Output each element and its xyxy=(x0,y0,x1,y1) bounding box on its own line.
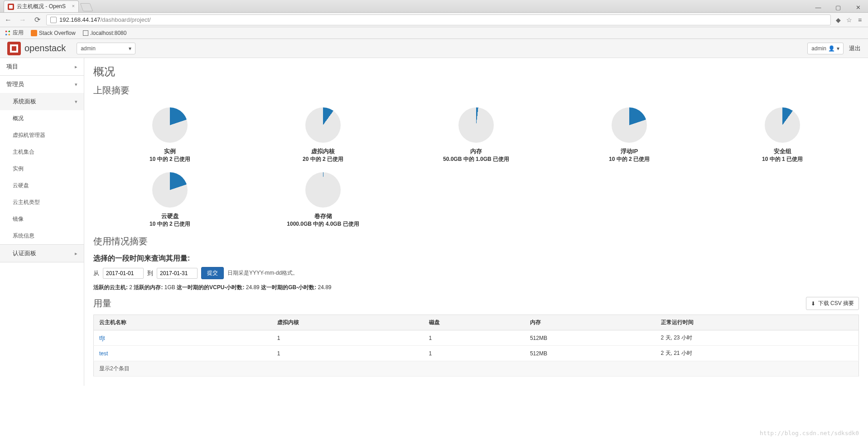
minimize-button[interactable]: — xyxy=(808,2,828,12)
bookmark-stackoverflow[interactable]: Stack Overflow xyxy=(31,30,76,36)
sidebar-item[interactable]: 镜像 xyxy=(0,211,84,228)
sidebar-panel-label: 管理员 xyxy=(6,80,24,88)
sidebar-item[interactable]: 实例 xyxy=(0,160,84,177)
table-footer: 显示2个条目 xyxy=(94,361,859,377)
browser-tab[interactable]: 云主机概况 - OpenS × xyxy=(4,0,79,12)
summary-value: 2 xyxy=(129,284,132,291)
summary-value: 1GB xyxy=(164,284,175,291)
back-button[interactable]: ← xyxy=(3,15,14,25)
usage-summary-title: 使用情况摘要 xyxy=(93,235,859,247)
sidebar-panel-admin[interactable]: 管理员 ▾ xyxy=(0,76,84,93)
quota-item: 云硬盘10 中的 2 已使用 xyxy=(93,168,246,233)
from-date-input[interactable] xyxy=(103,268,144,279)
sidebar-item[interactable]: 概况 xyxy=(0,110,84,127)
to-date-input[interactable] xyxy=(157,268,198,279)
sidebar-panel-label: 项目 xyxy=(6,63,18,71)
sidebar-item[interactable]: 云主机类型 xyxy=(0,194,84,211)
pie-chart xyxy=(765,107,800,143)
sidebar-sub-system[interactable]: 系统面板 ▾ xyxy=(0,93,84,110)
instance-link[interactable]: test xyxy=(99,350,108,357)
project-dropdown[interactable]: admin ▾ xyxy=(77,43,135,54)
favicon-icon xyxy=(8,4,14,10)
pie-chart xyxy=(152,172,188,208)
quota-usage: 10 中的 2 已使用 xyxy=(93,220,246,228)
sidebar-item[interactable]: 虚拟机管理器 xyxy=(0,127,84,144)
translate-icon[interactable]: ◆ xyxy=(834,16,842,24)
quota-usage: 1000.0GB 中的 4.0GB 已使用 xyxy=(246,220,400,228)
address-bar[interactable]: 192.168.44.147 /dashboard/project/ xyxy=(46,15,831,25)
quota-label: 云硬盘 xyxy=(93,212,246,220)
table-header: 磁盘 xyxy=(424,315,525,330)
quota-usage: 10 中的 2 已使用 xyxy=(553,155,706,163)
download-csv-button[interactable]: ⬇ 下载 CSV 摘要 xyxy=(806,297,859,310)
bookmark-apps[interactable]: 应用 xyxy=(5,29,24,37)
menu-icon[interactable]: ≡ xyxy=(856,16,863,24)
forward-button[interactable]: → xyxy=(17,15,28,25)
quota-item: 实例10 中的 2 已使用 xyxy=(93,103,246,168)
quota-item: 内存50.0GB 中的 1.0GB 已使用 xyxy=(400,103,553,168)
date-format-hint: 日期采是YYYY-mm-dd格式。 xyxy=(227,269,298,277)
cell-uptime: 2 天, 23 小时 xyxy=(656,330,859,346)
table-row: tfjt11512MB2 天, 23 小时 xyxy=(94,330,859,346)
url-path: /dashboard/project/ xyxy=(100,16,150,23)
sidebar-item[interactable]: 主机集合 xyxy=(0,144,84,160)
submit-button[interactable]: 提交 xyxy=(201,267,224,279)
sidebar-panel-project[interactable]: 项目 ▸ xyxy=(0,58,84,75)
new-tab-button[interactable] xyxy=(80,3,93,11)
table-row: test11512MB2 天, 21 小时 xyxy=(94,346,859,361)
signout-link[interactable]: 退出 xyxy=(849,44,861,53)
browser-tabbar: 云主机概况 - OpenS × — ▢ ✕ xyxy=(0,0,868,13)
chevron-down-icon: ▾ xyxy=(75,82,77,87)
sidebar-sub-label: 认证面板 xyxy=(13,249,36,257)
from-label: 从 xyxy=(93,269,99,277)
quota-label: 虚拟内核 xyxy=(246,147,400,155)
chevron-down-icon: ▾ xyxy=(129,45,131,52)
active-summary: 活跃的云主机: 2 活跃的内存: 1GB 这一时期的的VCPU-小时数: 24.… xyxy=(93,284,859,291)
cell-vcpus: 1 xyxy=(272,346,424,361)
browser-toolbar: ← → ⟳ 192.168.44.147 /dashboard/project/… xyxy=(0,13,868,27)
quota-label: 实例 xyxy=(93,147,246,155)
cell-uptime: 2 天, 21 小时 xyxy=(656,346,859,361)
sidebar-item[interactable]: 系统信息 xyxy=(0,228,84,244)
bookmark-bar: 应用 Stack Overflow .localhost:8080 xyxy=(0,27,868,39)
page-icon xyxy=(83,30,88,36)
pie-chart xyxy=(305,107,341,143)
quota-usage: 50.0GB 中的 1.0GB 已使用 xyxy=(400,155,553,163)
pie-chart xyxy=(305,172,341,208)
summary-label: 活跃的云主机: xyxy=(93,284,128,291)
quota-item: 卷存储1000.0GB 中的 4.0GB 已使用 xyxy=(246,168,400,233)
user-icon: 👤 xyxy=(828,45,835,52)
brand[interactable]: openstack xyxy=(7,42,66,55)
sidebar-sub-label: 系统面板 xyxy=(13,97,36,106)
project-selected: admin xyxy=(81,45,96,52)
sidebar-sub-identity[interactable]: 认证面板 ▸ xyxy=(0,244,84,262)
usage-table: 云主机名称虚拟内核磁盘内存正常运行时间 tfjt11512MB2 天, 23 小… xyxy=(93,315,859,377)
instance-link[interactable]: tfjt xyxy=(99,335,105,341)
quota-label: 安全组 xyxy=(706,147,859,155)
quota-label: 浮动IP xyxy=(553,147,706,155)
reload-button[interactable]: ⟳ xyxy=(32,15,43,25)
bookmark-label: .localhost:8080 xyxy=(90,30,127,36)
limits-title: 上限摘要 xyxy=(93,84,859,97)
cell-ram: 512MB xyxy=(525,346,656,361)
close-icon[interactable]: × xyxy=(72,3,75,9)
quota-item: 虚拟内核20 中的 2 已使用 xyxy=(246,103,400,168)
maximize-button[interactable]: ▢ xyxy=(828,2,848,12)
pie-chart xyxy=(612,107,647,143)
usage-table-title: 用量 xyxy=(93,297,111,310)
table-header: 正常运行时间 xyxy=(656,315,859,330)
sidebar-item[interactable]: 云硬盘 xyxy=(0,177,84,194)
user-dropdown[interactable]: admin 👤 ▾ xyxy=(807,43,844,54)
star-icon[interactable]: ☆ xyxy=(845,16,853,24)
page-title: 概况 xyxy=(93,64,859,79)
quota-item: 安全组10 中的 1 已使用 xyxy=(706,103,859,168)
bookmark-label: 应用 xyxy=(13,29,24,37)
summary-value: 24.89 xyxy=(246,284,260,291)
pie-chart xyxy=(458,107,494,143)
url-host: 192.168.44.147 xyxy=(59,16,100,23)
pie-chart xyxy=(152,107,188,143)
usage-form: 从 到 提交 日期采是YYYY-mm-dd格式。 xyxy=(93,267,859,279)
openstack-logo-icon xyxy=(7,42,21,55)
bookmark-localhost[interactable]: .localhost:8080 xyxy=(83,30,127,36)
close-window-button[interactable]: ✕ xyxy=(848,2,868,12)
